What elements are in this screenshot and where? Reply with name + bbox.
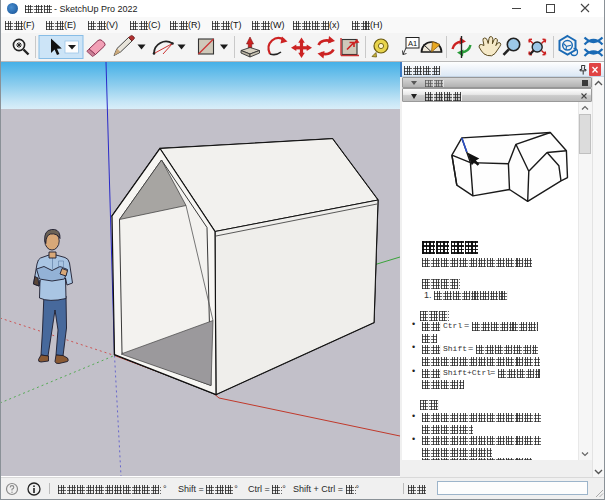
svg-text:A1: A1 xyxy=(408,39,417,48)
